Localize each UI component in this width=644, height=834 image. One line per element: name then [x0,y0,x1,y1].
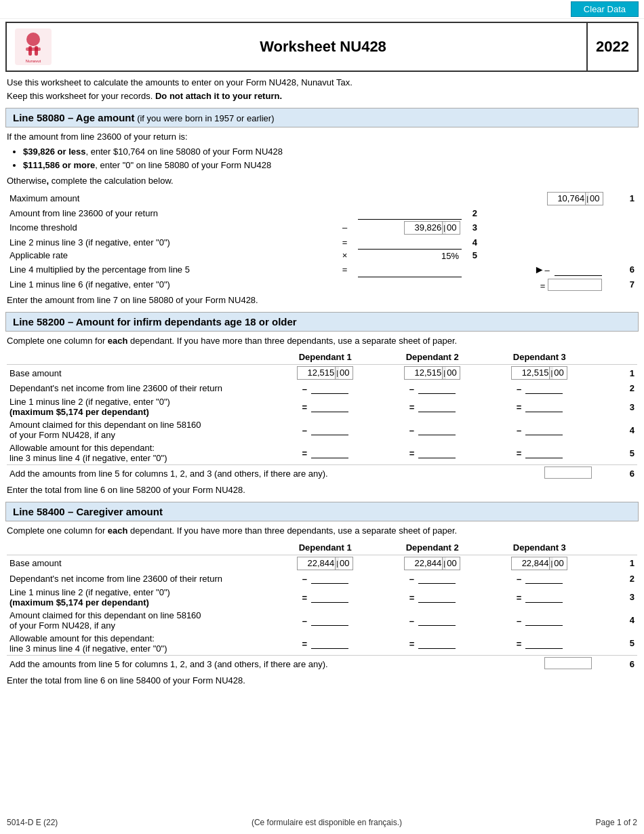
d3-base-58200[interactable]: 12,515 | 00 [511,366,567,380]
dep-table-58400: Dependant 1 Dependant 2 Dependant 3 Base… [7,540,637,673]
svg-point-1 [26,33,40,46]
french-label: (Ce formulaire est disponible en françai… [251,818,402,827]
nunavut-logo: Nunavut [14,27,53,66]
cg-row-3: Line 1 minus line 2 (if negative, enter … [7,586,637,609]
dep-row-2: Dependant's net income from line 23600 o… [7,381,637,395]
dep-row-5: Allowable amount for this dependant:line… [7,441,637,465]
worksheet-title: Worksheet NU428 [260,38,386,56]
clear-data-button[interactable]: Clear Data [571,1,639,17]
d2-base-58400[interactable]: 22,844 | 00 [404,557,460,570]
col-dep2-58400: Dependant 2 [379,540,486,555]
cg-row-1: Base amount 22,844 | 00 22,844 | 00 [7,555,637,572]
58400-note: Enter the total from line 6 on line 5840… [7,675,637,686]
age-amount-intro: If the amount from line 23600 of your re… [7,130,637,144]
d3-base-58400[interactable]: 22,844 | 00 [511,557,567,570]
row1-linenum: 1 [605,191,637,207]
svg-rect-4 [26,47,41,51]
row3-label: Income threshold [7,220,331,237]
section-58080-header: Line 58080 – Age amount [13,112,135,123]
row2-label: Amount from line 23600 of your return [7,207,331,220]
cg-row-5: Allowable amount for this dependant:line… [7,632,637,656]
d2-base-58200[interactable]: 12,515 | 00 [404,366,460,380]
dep-row-4: Amount claimed for this dependant on lin… [7,418,637,441]
form-id: 5014-D E (22) [7,818,58,827]
col-dep1-58400: Dependant 1 [272,540,379,555]
age-amount-bullets: $39,826 or less, enter $10,764 on line 5… [23,145,637,174]
58200-note: Enter the total from line 6 on line 5820… [7,485,637,495]
58400-intro: Complete one column for each dependant. … [7,524,637,538]
dep-row-3: Line 1 minus line 2 (if negative, enter … [7,395,637,418]
row1-label: Maximum amount [7,191,331,207]
row3-value[interactable]: 39,826 | 00 [404,221,460,235]
age-amount-otherwise: Otherwise, complete the calculation belo… [7,174,637,188]
bullet2: $111,586 or more, enter "0" on line 5808… [23,159,637,173]
row5-label: Applicable rate [7,249,331,262]
intro-line1: Use this worksheet to calculate the amou… [7,76,637,90]
intro-section: Use this worksheet to calculate the amou… [7,76,637,102]
intro-line2: Keep this worksheet for your records. Do… [7,90,637,103]
page-number: Page 1 of 2 [596,818,637,827]
section-58200-header: Line 58200 – Amount for infirm dependant… [13,316,297,327]
row1-value[interactable]: 10,764 | 00 [547,192,603,205]
row6-linenum: 6 [605,262,637,277]
dep-table-58200: Dependant 1 Dependant 2 Dependant 3 Base… [7,350,637,482]
section-58200-body: Complete one column for each dependant. … [7,334,637,348]
d1-base-58400[interactable]: 22,844 | 00 [297,557,353,570]
section-58080-subtitle: (if you were born in 1957 or earlier) [137,113,274,123]
col-dep3-58200: Dependant 3 [486,350,593,365]
cg-row-4: Amount claimed for this dependant on lin… [7,609,637,632]
col-dep3-58400: Dependant 3 [486,540,593,555]
age-amount-note: Enter the amount from line 7 on line 580… [7,295,637,305]
section-58080-body: If the amount from line 23600 of your re… [7,130,637,188]
58200-intro: Complete one column for each dependant. … [7,334,637,348]
section-58400-header: Line 58400 – Caregiver amount [13,506,163,517]
cg-row-2: Dependant's net income from line 23600 o… [7,572,637,586]
bullet1: $39,826 or less, enter $10,764 on line 5… [23,145,637,159]
year-label: 2022 [596,38,629,56]
d1-base-58200[interactable]: 12,515 | 00 [297,366,353,380]
row7-linenum: 7 [605,277,637,292]
row6-label: Line 4 multiplied by the percentage from… [7,262,331,277]
row4-label: Line 2 minus line 3 (if negative, enter … [7,236,331,249]
svg-text:Nunavut: Nunavut [26,59,41,63]
col-dep1-58200: Dependant 1 [272,350,379,365]
dep-row-1: Base amount 12,515 | 00 12,515 | 00 [7,365,637,382]
age-amount-table: Maximum amount 10,764 | 00 1 Amount from… [7,191,637,292]
row7-label: Line 1 minus line 6 (if negative, enter … [7,277,331,292]
col-dep2-58200: Dependant 2 [379,350,486,365]
cg-row-6-total: Add the amounts from line 5 for columns … [7,655,637,673]
dep-row-6-total: Add the amounts from line 5 for columns … [7,465,637,483]
section-58400-body: Complete one column for each dependant. … [7,524,637,538]
